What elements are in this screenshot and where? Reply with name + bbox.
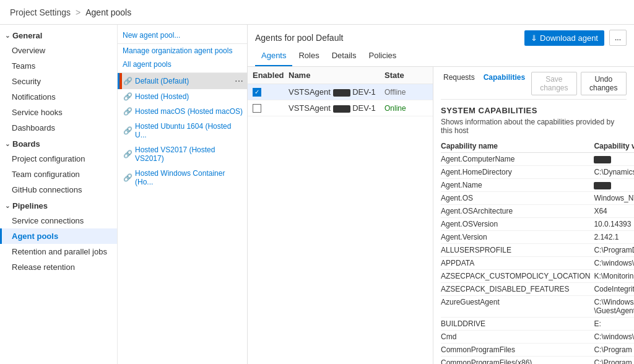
cap-name-cell: Agent.ComputerName — [441, 153, 594, 166]
manage-org-link[interactable]: Manage organization agent pools — [118, 44, 247, 58]
agent-row[interactable]: ✓ VSTSAgent DEV-1 Offline — [248, 84, 433, 100]
pool-menu-button[interactable]: ⋯ — [235, 76, 243, 86]
sidebar-item-overview[interactable]: Overview — [0, 43, 117, 58]
sidebar-item-security[interactable]: Security — [0, 74, 117, 89]
capabilities-table: Capability name Capability value Agent.C… — [441, 140, 634, 364]
pool-link-icon: 🔗 — [123, 92, 132, 101]
sidebar-item-notifications[interactable]: Notifications — [0, 89, 117, 105]
boards-section-label: Boards — [12, 139, 40, 149]
table-row: Agent.Version2.142.1 — [441, 231, 634, 244]
pool-item-default[interactable]: 🔗 Default (Default) ⋯ — [118, 73, 247, 89]
pool-link-icon: 🔗 — [123, 150, 132, 158]
download-icon: ⇓ — [531, 33, 537, 43]
undo-changes-button[interactable]: Undo changes — [581, 72, 627, 95]
table-row: CmdC:\windows\system32\cmd.exe — [441, 331, 634, 344]
agent-enabled-checkbox[interactable]: ✓ — [253, 88, 261, 97]
cap-value-cell: C:\windows\system32\cmd.exe — [594, 331, 634, 344]
tab-agents[interactable]: Agents — [255, 48, 292, 66]
agent-name-redacted — [333, 89, 350, 97]
tab-policies[interactable]: Policies — [362, 48, 402, 66]
pool-item-hosted-macos[interactable]: 🔗 Hosted macOS (Hosted macOS) — [118, 104, 247, 119]
cap-name-cell: APPDATA — [441, 257, 594, 270]
more-options-button[interactable]: ... — [609, 30, 627, 46]
cap-name-cell: ALLUSERSPROFILE — [441, 244, 594, 257]
sidebar-item-service-hooks[interactable]: Service hooks — [0, 105, 117, 120]
cap-name-cell: Agent.Version — [441, 231, 594, 244]
tab-roles[interactable]: Roles — [292, 48, 325, 66]
project-settings-link[interactable]: Project Settings — [10, 7, 71, 17]
agent-name-redacted — [333, 105, 350, 113]
table-row: BUILDDRIVEE: — [441, 318, 634, 331]
sidebar-item-dashboards[interactable]: Dashboards — [0, 120, 117, 136]
cap-name-cell: CommonProgramFiles(x86) — [441, 357, 594, 365]
agent-state-col: Offline — [384, 88, 428, 97]
cap-name-cell: Agent.OSVersion — [441, 218, 594, 231]
table-row: Agent.OSVersion10.0.14393 — [441, 218, 634, 231]
agent-content: Enabled Name State ✓ VSTSAgent DEV-1 Off… — [248, 67, 634, 364]
pool-item-hosted-vs2017[interactable]: 🔗 Hosted VS2017 (Hosted VS2017) — [118, 142, 247, 166]
agent-header: Agents for pool Default ⇓ Download agent… — [248, 25, 634, 67]
cap-name-cell: CommonProgramFiles — [441, 344, 594, 357]
center-toolbar: New agent pool... — [118, 25, 247, 44]
cap-value-cell: C:\Program Files (x86)\Common F — [594, 357, 634, 365]
cap-col-value-header: Capability value — [594, 140, 634, 153]
agent-enabled-col — [253, 104, 284, 113]
pool-list-panel: New agent pool... Manage organization ag… — [118, 25, 248, 364]
pipelines-section-header[interactable]: ⌄ Pipelines — [0, 197, 117, 213]
boards-section-header[interactable]: ⌄ Boards — [0, 136, 117, 151]
general-section-header[interactable]: ⌄ General — [0, 27, 117, 43]
boards-chevron-icon: ⌄ — [5, 141, 10, 147]
all-agent-pools-link[interactable]: All agent pools — [118, 58, 247, 73]
table-row: CommonProgramFilesC:\Program Files\Commo… — [441, 344, 634, 357]
table-row: ALLUSERSPROFILEC:\ProgramData — [441, 244, 634, 257]
cap-value-cell: C:\WindowsAzure\GuestAgent_2.7.41491.901… — [594, 296, 634, 318]
table-row: Agent.Name — [441, 179, 634, 192]
current-page-title: Agent pools — [85, 7, 131, 17]
sidebar-item-github-connections[interactable]: GitHub connections — [0, 182, 117, 197]
capabilities-panel: Requests Capabilities Save changes Undo … — [433, 67, 634, 364]
agent-enabled-checkbox[interactable] — [253, 104, 261, 113]
agent-row[interactable]: VSTSAgent DEV-1 Online — [248, 100, 433, 116]
table-row: APPDATAC:\windows\system32\config\syste\… — [441, 257, 634, 270]
table-row: AzureGuestAgentC:\WindowsAzure\GuestAgen… — [441, 296, 634, 318]
agent-list-header: Enabled Name State — [248, 67, 433, 84]
value-redacted — [594, 156, 611, 163]
main-layout: ⌄ General Overview Teams Security Notifi… — [0, 25, 634, 364]
cap-value-cell — [594, 179, 634, 192]
agent-name-col: VSTSAgent DEV-1 — [289, 87, 380, 97]
system-capabilities-title: SYSTEM CAPABILITIES — [441, 106, 627, 115]
pipelines-chevron-icon: ⌄ — [5, 202, 10, 209]
pool-item-hosted-windows[interactable]: 🔗 Hosted Windows Container (Ho... — [118, 166, 247, 189]
sidebar-item-team-configuration[interactable]: Team configuration — [0, 167, 117, 182]
download-agent-button[interactable]: ⇓ Download agent — [524, 30, 604, 46]
cap-value-cell: Windows_NT — [594, 192, 634, 205]
tab-details[interactable]: Details — [326, 48, 363, 66]
new-agent-pool-button[interactable]: New agent pool... — [123, 30, 180, 41]
table-row: CommonProgramFiles(x86)C:\Program Files … — [441, 357, 634, 365]
right-panel: Agents for pool Default ⇓ Download agent… — [248, 25, 634, 364]
pool-link-icon: 🔗 — [123, 107, 132, 116]
cap-value-cell: 10.0.14393 — [594, 218, 634, 231]
pool-link-icon: 🔗 — [123, 126, 132, 135]
value-redacted — [594, 182, 611, 189]
table-row: Agent.OSWindows_NT — [441, 192, 634, 205]
cap-value-cell: X64 — [594, 205, 634, 218]
sidebar-item-teams[interactable]: Teams — [0, 58, 117, 74]
sidebar-item-retention[interactable]: Retention and parallel jobs — [0, 244, 117, 259]
sidebar-item-project-configuration[interactable]: Project configuration — [0, 151, 117, 167]
agent-pool-title: Agents for pool Default — [255, 33, 343, 43]
cap-col-name-header: Capability name — [441, 140, 594, 153]
pool-item-hosted[interactable]: 🔗 Hosted (Hosted) — [118, 89, 247, 104]
agent-tabs: Agents Roles Details Policies — [255, 48, 627, 66]
agent-list-panel: Enabled Name State ✓ VSTSAgent DEV-1 Off… — [248, 67, 433, 364]
cap-value-cell: CodeIntegrity,OffNodeVulnScan — [594, 283, 634, 296]
sidebar-item-agent-pools[interactable]: Agent pools — [0, 228, 117, 244]
cap-tab-requests[interactable]: Requests — [441, 72, 477, 95]
save-changes-button[interactable]: Save changes — [531, 72, 577, 95]
col-state-header: State — [384, 71, 428, 80]
sidebar-item-release-retention[interactable]: Release retention — [0, 259, 117, 275]
pool-item-hosted-ubuntu[interactable]: 🔗 Hosted Ubuntu 1604 (Hosted U... — [118, 119, 247, 142]
sidebar-item-service-connections[interactable]: Service connections — [0, 213, 117, 228]
sidebar: ⌄ General Overview Teams Security Notifi… — [0, 25, 118, 364]
cap-tab-capabilities[interactable]: Capabilities — [481, 72, 528, 95]
